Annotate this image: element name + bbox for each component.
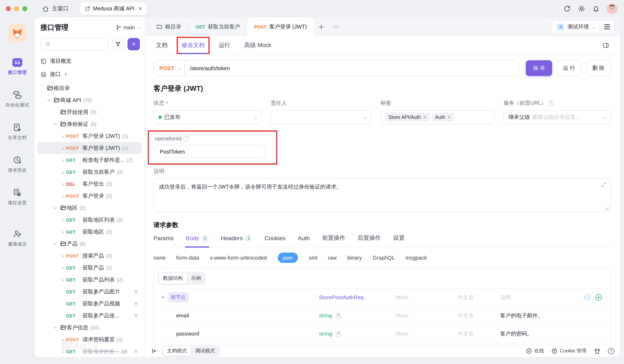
doc-tab[interactable]: 修改文档 [182,36,205,54]
url-input[interactable]: /store/auth/token [184,60,519,76]
chevron-icon[interactable] [59,276,66,283]
chevron-icon[interactable] [59,216,66,223]
tab-data-structure[interactable]: 数据结构 [159,273,187,284]
tree-row[interactable]: 身份验证 (6) [37,118,142,130]
tree-row[interactable]: 产品 (6) [37,238,142,250]
environment-menu-button[interactable] [600,25,615,29]
param-tab[interactable]: 设置 [393,234,405,242]
owner-select[interactable] [271,110,371,124]
tree-row[interactable]: POST 客户登录 (JWT) (1) [37,130,142,142]
param-tab[interactable]: Headers 1 [221,235,252,242]
tree-row[interactable]: DEL 客户登出 (2) [37,178,142,190]
param-tab[interactable]: Cookies [264,235,285,241]
environment-selector[interactable]: 测 测试环境 [552,23,599,31]
chevron-icon[interactable] [59,156,66,163]
help-icon[interactable]: ? [183,136,189,141]
home-tab[interactable]: 主窗口 [42,5,69,12]
body-type-option[interactable]: x-www-form-urlencoded [210,255,267,261]
tree-row[interactable]: POST 客户登录 (2) [37,190,142,202]
expand-icon[interactable] [601,182,607,187]
mock-placeholder[interactable]: Mock [396,294,458,300]
branch-selector[interactable]: main [116,24,140,30]
rail-item-automated-testing[interactable]: 自动化测试 [5,90,29,108]
project-window-tab[interactable]: Medusa 商城 API ✕ [80,2,147,15]
rail-item-share-docs[interactable]: 分享文档 [8,123,27,141]
schema-root-row[interactable]: ▼ 根节点 StorePostAuthReq Mock 中文名 说明 [154,288,610,307]
body-type-option[interactable]: form-data [176,255,199,261]
field-description[interactable]: 客户的密码。 [500,330,603,337]
window-controls[interactable] [6,6,27,11]
theme-shirt-icon[interactable] [594,348,600,354]
param-tab[interactable]: Auth [298,235,310,241]
tab-root-folder[interactable]: 根目录 [149,17,188,36]
remove-tag-icon[interactable]: ✕ [447,114,451,120]
close-window-button[interactable] [6,6,11,11]
doc-tab[interactable]: 文档 [156,36,168,54]
schema-type-link[interactable]: StorePostAuthReq [319,294,364,300]
add-api-button[interactable]: + [128,38,140,50]
field-description[interactable]: 客户的电子邮件。 [500,312,603,319]
close-project-tab-icon[interactable]: ✕ [138,6,142,12]
body-type-option[interactable]: msgpack [406,255,427,261]
param-tab[interactable]: 前置操作 [322,234,345,242]
minimize-window-button[interactable] [14,6,19,11]
root-node-chip[interactable]: 根节点 [168,292,189,303]
more-tabs-button[interactable] [328,24,343,30]
collapse-triangle-icon[interactable]: ▼ [161,295,165,299]
project-logo[interactable] [8,24,27,43]
chevron-icon[interactable] [59,145,66,151]
tree-row[interactable]: 地区 (2) [37,202,142,214]
tree-row[interactable]: 开始使用 (0) [37,106,142,118]
notifications-bell-icon[interactable] [592,5,600,12]
remove-tag-icon[interactable]: ✕ [423,114,426,120]
cookie-manager[interactable]: Cookie 管理 [552,347,586,355]
mock-placeholder[interactable]: Mock [396,331,458,337]
doc-mode-button[interactable]: 文档模式 [163,346,191,356]
rail-item-request-history[interactable]: 请求历史 [8,155,27,173]
refresh-icon[interactable] [563,5,571,12]
rail-item-api-management[interactable]: 接口管理 [8,57,27,76]
operation-id-input[interactable]: PostToken [155,145,264,158]
chevron-icon[interactable] [59,181,66,187]
tree-row[interactable]: GET 检查电子邮件是... (2) [37,154,142,166]
desc-placeholder[interactable]: 说明 [500,294,584,301]
cn-name-placeholder[interactable]: 中文名 [458,312,500,319]
body-type-option[interactable]: raw [328,255,337,261]
param-tab[interactable]: 后置操作 [358,234,381,242]
sidebar-item-project-overview[interactable]: 项目概览 [35,54,145,68]
chevron-icon[interactable] [59,252,66,259]
chevron-icon[interactable] [59,228,66,235]
layout-panel-toggle-icon[interactable] [602,42,609,49]
rail-item-invite-members[interactable]: 邀请成员 [8,229,27,247]
cn-name-placeholder[interactable]: 中文名 [458,294,500,301]
body-type-option[interactable]: binary [347,255,362,261]
param-tab[interactable]: Params [154,235,173,241]
collapse-sidebar-icon[interactable] [151,348,157,354]
tree-row[interactable]: POST 搜索产品 (2) [37,250,142,262]
tab-example[interactable]: 示例 [187,273,205,284]
schema-field-row[interactable]: password string * Mock 中文名 客户的密码。 [154,325,610,343]
schema-field-row[interactable]: email string * Mock 中文名 客户的电子邮件。 [154,307,610,325]
chevron-icon[interactable] [53,240,59,247]
new-tab-button[interactable] [314,24,328,30]
doc-tab[interactable]: 高级 Mock [244,36,271,54]
tree-row[interactable]: 商城 API (70) [37,94,142,106]
help-icon[interactable]: ? [548,100,554,106]
param-tab[interactable]: Body 1 [186,235,208,242]
chevron-icon[interactable] [59,169,66,175]
chevron-icon[interactable] [53,205,59,211]
doc-tab[interactable]: 运行 [219,36,230,54]
tree-row[interactable]: GET 获取产品列表 (2) [37,274,142,286]
body-type-option[interactable]: none [154,255,165,261]
body-type-option[interactable]: json [278,253,298,263]
rail-item-project-settings[interactable]: 项目设置 [8,188,27,206]
run-button[interactable]: 运 行 [557,60,581,76]
tree-row[interactable]: POST 客户登录 (JWT) (1) [37,142,142,154]
resize-handle[interactable] [605,206,609,210]
body-type-option[interactable]: GraphQL [373,255,395,261]
chevron-icon[interactable] [59,133,66,139]
status-select[interactable]: 已发布 [154,110,262,124]
search-input[interactable] [40,38,108,50]
tree-row[interactable]: GET 获取当前客户 (2) [37,166,142,178]
tags-select[interactable]: Store API/Auth ✕ Auth ✕ [381,110,494,124]
